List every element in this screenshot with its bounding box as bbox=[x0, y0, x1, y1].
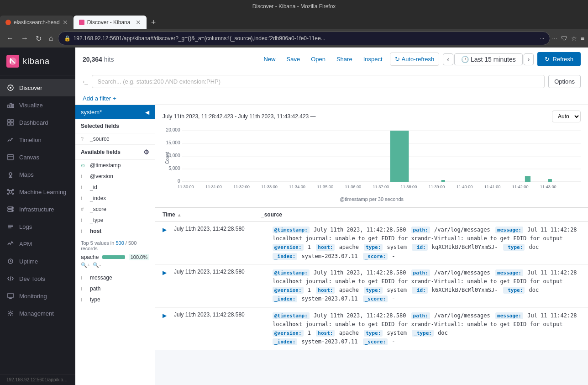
sidebar-item-apm[interactable]: APM bbox=[0, 235, 75, 253]
sidebar-item-dashboard[interactable]: Dashboard bbox=[0, 114, 75, 131]
histogram-chart: 20,000 15,000 10,000 5,000 0 bbox=[163, 126, 581, 190]
row-header-1: ▶ July 11th 2023, 11:42:28.580 @timestam… bbox=[155, 222, 588, 264]
sidebar-item-infra[interactable]: Infrastructure bbox=[0, 200, 75, 218]
dashboard-icon bbox=[6, 118, 15, 127]
sidebar-item-management[interactable]: Management bbox=[0, 305, 75, 322]
next-time-button[interactable]: › bbox=[524, 53, 534, 65]
autorefresh-button[interactable]: ↻ Auto-refresh bbox=[390, 53, 440, 66]
field-type-row[interactable]: t _type bbox=[75, 215, 155, 226]
tab-elasticsearch[interactable]: elasticsearch-head ✕ bbox=[0, 16, 74, 29]
tab1-close[interactable]: ✕ bbox=[63, 19, 68, 26]
sidebar-item-logs[interactable]: Logs bbox=[0, 218, 75, 235]
result-time-1: July 11th 2023, 11:42:28.580 bbox=[174, 226, 265, 232]
share-button[interactable]: Share bbox=[333, 54, 356, 64]
svg-text:20,000: 20,000 bbox=[166, 127, 180, 132]
field-version[interactable]: t @version bbox=[75, 171, 155, 182]
sidebar-item-visualize[interactable]: Visualize bbox=[0, 96, 75, 114]
expand-row-3[interactable]: ▶ bbox=[163, 312, 167, 319]
sidebar-item-canvas[interactable]: Canvas bbox=[0, 148, 75, 166]
apm-icon bbox=[6, 240, 15, 248]
bookmark-icon[interactable]: ☆ bbox=[571, 35, 577, 42]
overflow-menu-icon[interactable]: ··· bbox=[552, 35, 557, 42]
svg-text:11:39:00: 11:39:00 bbox=[429, 185, 445, 189]
pocket-icon[interactable]: 🛡 bbox=[561, 35, 567, 42]
new-tab-button[interactable]: + bbox=[147, 18, 161, 27]
results-panel: July 11th 2023, 11:28:42.423 - July 11th… bbox=[155, 105, 588, 385]
open-button[interactable]: Open bbox=[307, 54, 329, 64]
result-time-3: July 11th 2023, 11:42:28.580 bbox=[174, 311, 265, 318]
devtools-icon bbox=[6, 274, 15, 283]
monitoring-icon bbox=[6, 292, 15, 300]
interval-select[interactable]: Auto bbox=[552, 111, 581, 122]
svg-text:11:40:00: 11:40:00 bbox=[457, 185, 473, 189]
zoom-out-icon[interactable]: 🔍- bbox=[93, 262, 101, 268]
search-input-wrap[interactable]: Search... (e.g. status:200 AND extension… bbox=[92, 75, 545, 88]
sidebar-item-devtools[interactable]: Dev Tools bbox=[0, 270, 75, 287]
add-filter-button[interactable]: Add a filter + bbox=[83, 95, 581, 102]
field-type-t8: t bbox=[81, 297, 87, 302]
options-button[interactable]: Options bbox=[548, 75, 581, 88]
svg-text:11:34:00: 11:34:00 bbox=[289, 185, 305, 189]
forward-button[interactable]: → bbox=[18, 32, 31, 44]
time-range-button[interactable]: 🕐 Last 15 minutes bbox=[454, 53, 523, 65]
home-button[interactable]: ⌂ bbox=[46, 32, 56, 44]
expand-row-1[interactable]: ▶ bbox=[163, 227, 167, 233]
available-fields-header: Available fields ⚙ bbox=[75, 144, 155, 160]
result-content-1: @timestamp: July 11th 2023, 11:42:28.580… bbox=[273, 226, 581, 261]
sidebar-item-dashboard-label: Dashboard bbox=[19, 119, 48, 126]
sidebar-item-infra-label: Infrastructure bbox=[19, 206, 54, 213]
field-id[interactable]: t _id bbox=[75, 182, 155, 193]
svg-rect-9 bbox=[11, 123, 13, 125]
svg-text:11:42:00: 11:42:00 bbox=[512, 185, 529, 189]
svg-rect-5 bbox=[12, 104, 14, 108]
reload-button[interactable]: ↻ bbox=[33, 32, 44, 45]
address-bar[interactable]: 🔒 192.168.92.12:5601/app/kibana#/discove… bbox=[58, 32, 550, 45]
result-content-3: @timestamp: July 11th 2023, 11:42:28.580… bbox=[273, 311, 581, 347]
fields-settings-icon[interactable]: ⚙ bbox=[143, 148, 149, 156]
svg-rect-45 bbox=[525, 176, 530, 182]
sidebar-nav: Discover Visualize Dashboard Timelion bbox=[0, 75, 75, 374]
sidebar-item-uptime[interactable]: Uptime bbox=[0, 253, 75, 270]
field-index[interactable]: t _index bbox=[75, 193, 155, 204]
tab-kibana[interactable]: Discover - Kibana ✕ bbox=[74, 16, 147, 29]
field-score[interactable]: # _score bbox=[75, 204, 155, 215]
top5-link[interactable]: 500 bbox=[116, 240, 124, 246]
svg-text:11:43:00: 11:43:00 bbox=[540, 185, 556, 189]
field-type-t5: t bbox=[81, 228, 87, 234]
refresh-button[interactable]: ↻ Refresh bbox=[537, 52, 581, 66]
field-path[interactable]: t path bbox=[75, 283, 155, 294]
sidebar-item-discover-label: Discover bbox=[19, 84, 42, 91]
tab2-close[interactable]: ✕ bbox=[136, 19, 141, 26]
save-button[interactable]: Save bbox=[283, 54, 304, 64]
sidebar-item-monitoring-label: Monitoring bbox=[19, 293, 47, 300]
svg-text:15,000: 15,000 bbox=[166, 140, 180, 145]
sidebar-item-maps[interactable]: Maps bbox=[0, 166, 75, 183]
logs-icon bbox=[6, 222, 15, 231]
collapse-fields-button[interactable]: ◀ bbox=[145, 109, 149, 116]
chart-time-label: July 11th 2023, 11:28:42.423 - July 11th… bbox=[163, 113, 316, 120]
sidebar-item-monitoring[interactable]: Monitoring bbox=[0, 287, 75, 305]
field-source[interactable]: ? _source bbox=[75, 133, 155, 144]
index-header: system* ◀ bbox=[75, 105, 155, 119]
field-type-item[interactable]: t type bbox=[75, 294, 155, 305]
sidebar-item-timelion[interactable]: Timelion bbox=[0, 131, 75, 148]
sidebar-item-discover[interactable]: Discover bbox=[0, 79, 75, 96]
zoom-in-icon[interactable]: 🔍+ bbox=[81, 262, 90, 268]
back-button[interactable]: ← bbox=[4, 32, 16, 44]
col-time-header[interactable]: Time ▲ bbox=[163, 211, 254, 218]
field-timestamp[interactable]: ⊙ @timestamp bbox=[75, 160, 155, 171]
expand-row-2[interactable]: ▶ bbox=[163, 269, 167, 276]
svg-rect-10 bbox=[8, 154, 13, 160]
new-button[interactable]: New bbox=[260, 54, 279, 64]
inspect-button[interactable]: Inspect bbox=[360, 54, 386, 64]
sidebar-item-visualize-label: Visualize bbox=[19, 102, 43, 109]
firefox-menu-icon[interactable]: ≡ bbox=[581, 35, 584, 42]
chart-x-label: @timestamp per 30 seconds bbox=[163, 196, 581, 202]
field-host[interactable]: t host bbox=[75, 226, 155, 237]
field-message[interactable]: t message bbox=[75, 272, 155, 283]
sidebar-item-ml[interactable]: Machine Learning bbox=[0, 183, 75, 200]
svg-text:5,000: 5,000 bbox=[168, 166, 180, 171]
main-content: 20,364 hits New Save Open Share Inspect … bbox=[75, 47, 588, 385]
svg-rect-7 bbox=[11, 120, 13, 122]
prev-time-button[interactable]: ‹ bbox=[443, 53, 453, 65]
